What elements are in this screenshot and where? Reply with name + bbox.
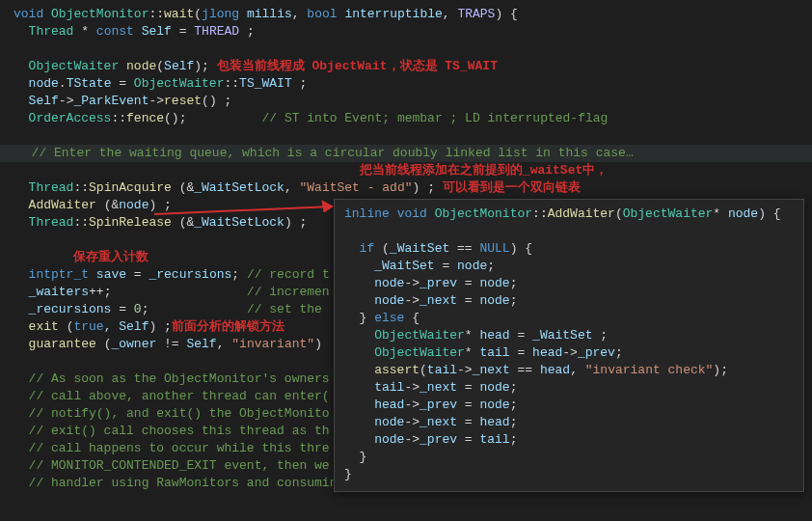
hover-line: ObjectWaiter* head = _WaitSet ; bbox=[344, 327, 794, 344]
code-line: node.TState = ObjectWaiter::TS_WAIT ; bbox=[14, 75, 812, 93]
hover-line: node->_next = node; bbox=[344, 292, 794, 310]
annotation: 可以看到是一个双向链表 bbox=[443, 180, 581, 195]
hover-line: node->_prev = tail; bbox=[344, 431, 794, 449]
hover-line: inline void ObjectMonitor::AddWaiter(Obj… bbox=[344, 206, 794, 223]
hover-line: } bbox=[344, 466, 794, 483]
code-line: Thread * const Self = THREAD ; bbox=[14, 23, 812, 41]
hover-line: } else { bbox=[344, 310, 794, 327]
code-line: void ObjectMonitor::wait(jlong millis, b… bbox=[14, 6, 812, 23]
hover-line: if (_WaitSet == NULL) { bbox=[344, 240, 794, 258]
hover-line bbox=[344, 223, 794, 240]
code-line: Thread::SpinAcquire (&_WaitSetLock, "Wai… bbox=[14, 179, 812, 197]
code-line: 把当前线程添加在之前提到的_waitSet中， bbox=[14, 162, 812, 179]
annotation: 把当前线程添加在之前提到的_waitSet中， bbox=[360, 163, 608, 178]
code-line: OrderAccess::fence(); // ST into Event; … bbox=[14, 110, 812, 127]
hover-line: assert(tail->_next == head, "invariant c… bbox=[344, 362, 794, 379]
code-line: Self->_ParkEvent->reset() ; bbox=[14, 93, 812, 110]
hover-line: head->_prev = node; bbox=[344, 397, 794, 414]
hover-line: node->_next = head; bbox=[344, 414, 794, 431]
code-line-highlighted: // Enter the waiting queue, which is a c… bbox=[0, 145, 812, 162]
annotation: 保存重入计数 bbox=[73, 250, 149, 264]
annotation: 前面分析的解锁方法 bbox=[172, 319, 284, 334]
hover-definition-box[interactable]: inline void ObjectMonitor::AddWaiter(Obj… bbox=[334, 199, 804, 492]
code-line bbox=[14, 41, 812, 58]
hover-line: _WaitSet = node; bbox=[344, 258, 794, 275]
hover-line: node->_prev = node; bbox=[344, 275, 794, 292]
hover-line: } bbox=[344, 449, 794, 466]
hover-line: tail->_next = node; bbox=[344, 379, 794, 397]
hover-line: ObjectWaiter* tail = head->_prev; bbox=[344, 344, 794, 362]
code-line: ObjectWaiter node(Self); 包装当前线程成 ObjectW… bbox=[14, 58, 812, 75]
annotation: 包装当前线程成 ObjectWait，状态是 TS_WAIT bbox=[217, 59, 498, 73]
code-line bbox=[14, 127, 812, 145]
